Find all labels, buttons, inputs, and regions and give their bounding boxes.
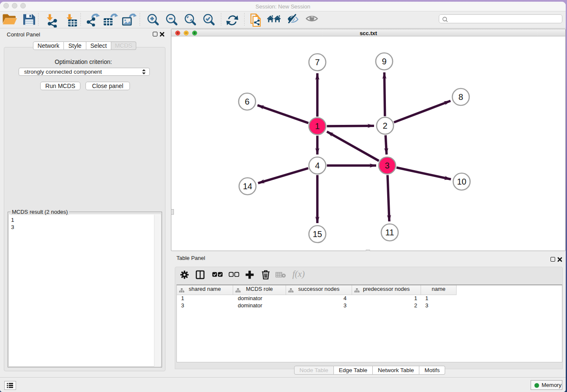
svg-text:9: 9	[382, 57, 386, 66]
svg-text:11: 11	[385, 228, 394, 237]
svg-text:8: 8	[458, 92, 463, 102]
svg-text:7: 7	[315, 58, 319, 67]
svg-text:15: 15	[313, 229, 322, 239]
svg-text:14: 14	[243, 182, 252, 191]
svg-text:6: 6	[245, 97, 249, 106]
svg-text:2: 2	[383, 121, 387, 130]
svg-text:10: 10	[457, 177, 466, 186]
svg-text:4: 4	[315, 161, 319, 170]
svg-text:1: 1	[315, 121, 319, 131]
svg-text:3: 3	[385, 161, 389, 170]
